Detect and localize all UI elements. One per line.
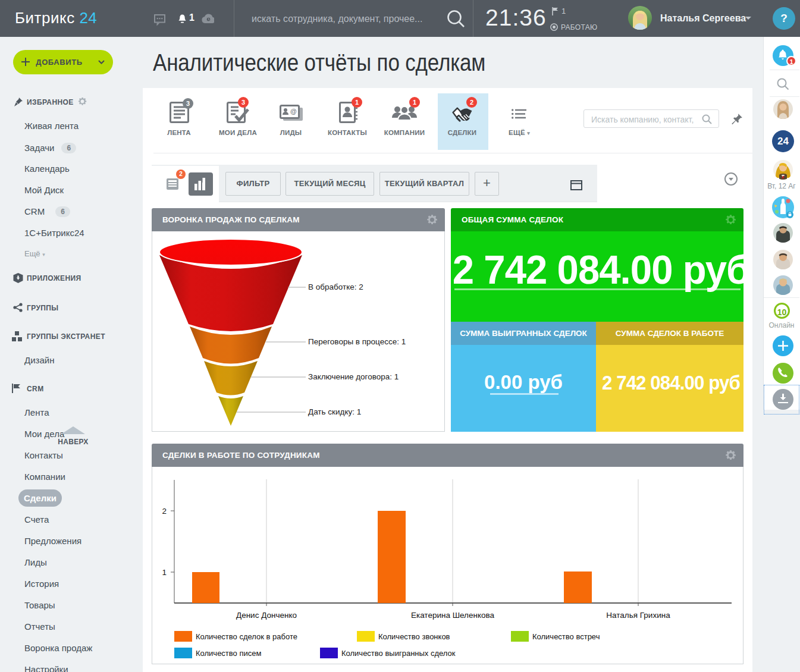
svg-text:Количество писем: Количество писем: [196, 649, 261, 658]
svg-text:Количество звонков: Количество звонков: [378, 632, 450, 641]
svg-text:Количество сделок в работе: Количество сделок в работе: [196, 632, 297, 641]
svg-text:Екатерина Шеленкова: Екатерина Шеленкова: [411, 611, 495, 620]
svg-text:@: @: [290, 108, 297, 115]
svg-text:Количество выигранных сделок: Количество выигранных сделок: [341, 649, 456, 658]
svg-text:Денис Донченко: Денис Донченко: [236, 611, 297, 620]
svg-text:Количество встреч: Количество встреч: [532, 632, 600, 641]
svg-text:2: 2: [162, 507, 167, 516]
svg-text:Переговоры в процессе: 1: Переговоры в процессе: 1: [308, 337, 406, 346]
svg-text:Наталья Грихина: Наталья Грихина: [606, 611, 670, 620]
svg-text:1: 1: [162, 568, 167, 577]
svg-text:Заключение договора: 1: Заключение договора: 1: [308, 372, 399, 381]
svg-text:Дать скидку: 1: Дать скидку: 1: [308, 407, 361, 416]
svg-text:В обработке: 2: В обработке: 2: [308, 282, 363, 291]
